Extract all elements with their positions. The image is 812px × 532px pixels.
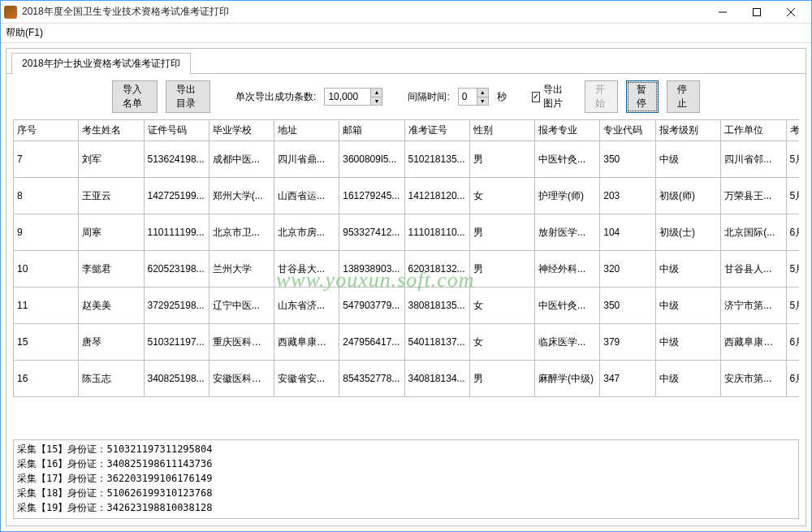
log-output[interactable]: 采集【15】身份证：510321197311295804采集【16】身份证：34… [13, 439, 799, 519]
check-icon: ✓ [532, 92, 540, 102]
table-row[interactable]: 8王亚云142725199...郑州大学(...山西省运...161279245… [14, 178, 800, 214]
cell: 5月26 [786, 178, 799, 214]
col-header[interactable]: 毕业学校 [209, 120, 274, 141]
cell: 女 [469, 288, 534, 324]
cell: 141218120... [404, 178, 469, 214]
table-row[interactable]: 16陈玉志340825198...安徽医科大学安徽省安...854352778.… [14, 361, 800, 397]
cell: 203 [600, 178, 656, 214]
cell: 111018110... [404, 214, 469, 251]
interval-label: 间隔时间: [408, 90, 449, 104]
cell: 重庆医科大学 [209, 324, 274, 361]
data-grid-wrapper: 序号考生姓名证件号码毕业学校地址邮箱准考证号性别报考专业专业代码报考级别工作单位… [13, 119, 799, 433]
cell: 济宁市第... [721, 288, 786, 324]
minimize-button[interactable] [706, 2, 740, 22]
cell: 11 [14, 288, 79, 324]
export-dir-button[interactable]: 导出目录 [166, 80, 211, 113]
cell: 379 [600, 324, 656, 361]
cell: 北京市卫... [209, 214, 274, 251]
cell: 6月3日 [786, 324, 799, 361]
tab-print[interactable]: 2018年护士执业资格考试准考证打印 [11, 53, 191, 74]
export-image-checkbox[interactable]: ✓ 导出图片 [532, 83, 564, 110]
batch-up-icon[interactable]: ▲ [371, 89, 382, 97]
interval-stepper[interactable]: ▲ ▼ [458, 88, 489, 106]
cell: 男 [469, 361, 534, 397]
cell: 350 [600, 141, 656, 178]
tabstrip: 2018年护士执业资格考试准考证打印 [6, 49, 806, 74]
batch-count-input[interactable] [325, 89, 370, 105]
interval-input[interactable] [459, 89, 477, 105]
maximize-icon [753, 8, 761, 16]
log-line: 采集【15】身份证：510321197311295804 [17, 442, 795, 456]
cell: 110111199... [144, 214, 209, 251]
cell: 放射医学... [535, 214, 600, 251]
maximize-button[interactable] [740, 2, 774, 22]
import-list-button[interactable]: 导入名单 [112, 80, 158, 113]
stop-button[interactable]: 停止 [667, 80, 700, 113]
close-button[interactable] [774, 2, 808, 22]
cell: 8 [14, 178, 79, 214]
cell: 中级 [656, 288, 721, 324]
col-header[interactable]: 邮箱 [339, 120, 404, 141]
batch-down-icon[interactable]: ▼ [371, 97, 382, 106]
cell: 西藏阜康医院 [274, 324, 339, 361]
cell: 万荣县王... [721, 178, 786, 214]
table-row[interactable]: 10李懿君620523198...兰州大学甘谷县大...138938903...… [14, 251, 800, 288]
cell: 四川省鼎... [274, 141, 339, 178]
cell: 中级 [656, 324, 721, 361]
col-header[interactable]: 证件号码 [144, 120, 209, 141]
interval-unit: 秒 [497, 90, 507, 104]
col-header[interactable]: 报考专业 [535, 120, 600, 141]
cell: 北京市房... [274, 214, 339, 251]
cell: 6月2日 [786, 214, 799, 251]
cell: 15 [14, 324, 79, 361]
cell: 161279245... [339, 178, 404, 214]
export-image-label: 导出图片 [543, 83, 564, 110]
col-header[interactable]: 地址 [274, 120, 339, 141]
cell: 安徽医科大学 [209, 361, 274, 397]
close-icon [787, 8, 795, 16]
data-grid-scroll[interactable]: 序号考生姓名证件号码毕业学校地址邮箱准考证号性别报考专业专业代码报考级别工作单位… [13, 119, 799, 433]
interval-up-icon[interactable]: ▲ [477, 89, 488, 97]
table-row[interactable]: 9周寒110111199...北京市卫...北京市房...953327412..… [14, 214, 800, 251]
table-row[interactable]: 15唐琴510321197...重庆医科大学西藏阜康医院247956417...… [14, 324, 800, 361]
cell: 347 [600, 361, 656, 397]
col-header[interactable]: 准考证号 [404, 120, 469, 141]
cell: 女 [469, 178, 534, 214]
table-row[interactable]: 7刘军513624198...成都中医...四川省鼎...3600809l5..… [14, 141, 800, 178]
cell: 510218135... [404, 141, 469, 178]
window-controls [706, 2, 808, 22]
cell: 513624198... [144, 141, 209, 178]
col-header[interactable]: 专业代码 [600, 120, 656, 141]
cell: 北京国际(... [721, 214, 786, 251]
pause-button[interactable]: 暂停 [626, 80, 659, 113]
app-icon [4, 6, 17, 19]
toolbar: 导入名单 导出目录 单次导出成功条数: ▲ ▼ 间隔时间: ▲ ▼ 秒 [6, 74, 806, 119]
batch-count-stepper[interactable]: ▲ ▼ [324, 88, 382, 106]
batch-count-label: 单次导出成功条数: [235, 90, 316, 104]
app-window: 2018年度全国卫生专业技术资格考试准考证打印 帮助(F1) 2018年护士执业… [0, 0, 812, 532]
cell: 372925198... [144, 288, 209, 324]
log-line: 采集【19】身份证：342623198810038128 [17, 500, 795, 515]
cell: 中级 [656, 251, 721, 288]
start-button[interactable]: 开始 [585, 80, 618, 113]
cell: 5月27 [786, 141, 799, 178]
cell: 320 [600, 251, 656, 288]
col-header[interactable]: 考试 [786, 120, 799, 141]
cell: 李懿君 [79, 251, 144, 288]
col-header[interactable]: 序号 [14, 120, 79, 141]
col-header[interactable]: 报考级别 [656, 120, 721, 141]
col-header[interactable]: 性别 [469, 120, 534, 141]
data-grid[interactable]: 序号考生姓名证件号码毕业学校地址邮箱准考证号性别报考专业专业代码报考级别工作单位… [13, 119, 799, 397]
cell: 350 [600, 288, 656, 324]
cell: 初级(士) [656, 214, 721, 251]
table-row[interactable]: 11赵美美372925198...辽宁中医...山东省济...547903779… [14, 288, 800, 324]
menubar: 帮助(F1) [1, 24, 811, 43]
menu-help[interactable]: 帮助(F1) [6, 26, 43, 40]
content-frame: 2018年护士执业资格考试准考证打印 导入名单 导出目录 单次导出成功条数: ▲… [6, 48, 806, 526]
window-title: 2018年度全国卫生专业技术资格考试准考证打印 [22, 5, 706, 19]
cell: 男 [469, 214, 534, 251]
col-header[interactable]: 考生姓名 [79, 120, 144, 141]
cell: 甘谷县人... [721, 251, 786, 288]
interval-down-icon[interactable]: ▼ [477, 97, 488, 106]
col-header[interactable]: 工作单位 [721, 120, 786, 141]
